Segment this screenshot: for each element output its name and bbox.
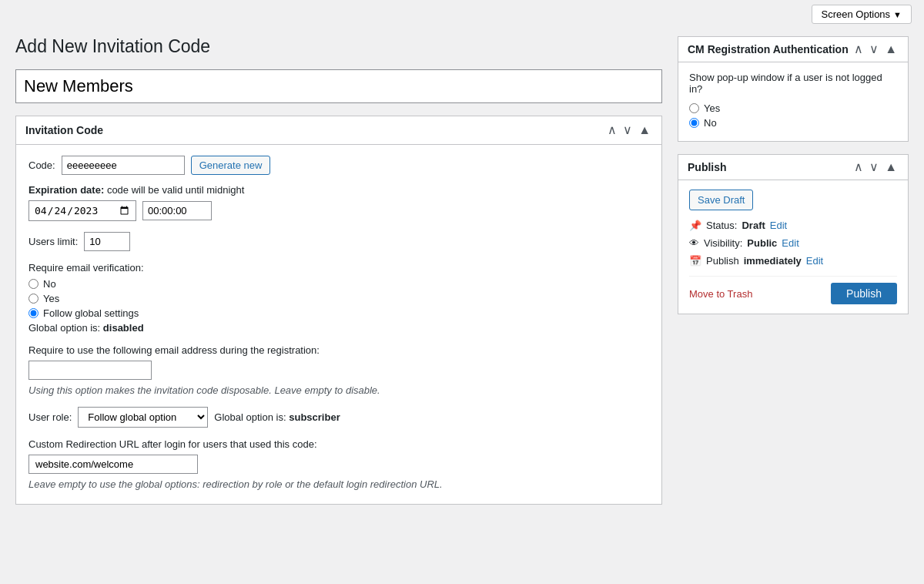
publish-box-title: Publish (688, 161, 727, 173)
email-hint: Using this option makes the invitation c… (28, 384, 649, 396)
status-label: Status: (706, 220, 737, 231)
popup-question: Show pop-up window if a user is not logg… (689, 72, 897, 95)
page-container: Add New Invitation Code Invitation Code … (0, 29, 924, 535)
email-verification-yes[interactable]: Yes (28, 293, 649, 304)
visibility-value: Public (747, 237, 777, 249)
invitation-code-metabox: Invitation Code ∧ ∨ ▲ Code: Generate new (15, 116, 662, 505)
screen-options-button[interactable]: Screen Options ▼ (812, 5, 912, 24)
email-verification-follow[interactable]: Follow global settings (28, 307, 649, 319)
users-limit-input[interactable] (84, 232, 130, 251)
screen-options-chevron: ▼ (893, 10, 902, 19)
cm-reg-controls: ∧ ∨ ▲ (852, 43, 899, 55)
publish-cal-icon: 📅 (689, 255, 701, 267)
publish-box-header: Publish ∧ ∨ ▲ (678, 155, 908, 180)
user-role-global-text: Global option is: subscriber (214, 411, 340, 423)
screen-options-label: Screen Options (822, 8, 891, 20)
users-limit-label: Users limit: (28, 236, 78, 247)
publish-time-edit-link[interactable]: Edit (806, 255, 823, 267)
invitation-code-body: Code: Generate new Expiration date: code… (16, 145, 661, 504)
cm-reg-collapse-button[interactable]: ▲ (883, 43, 899, 55)
publish-label: Publish (706, 255, 739, 267)
status-value: Draft (742, 220, 765, 231)
redirect-section: Custom Redirection URL after login for u… (28, 438, 649, 490)
cm-registration-body: Show pop-up window if a user is not logg… (678, 62, 908, 141)
email-verification-no[interactable]: No (28, 278, 649, 290)
redirect-hint: Leave empty to use the global options: r… (28, 478, 649, 490)
publish-up-button[interactable]: ∧ (852, 161, 865, 173)
email-address-label: Require to use the following email addre… (28, 344, 649, 356)
publish-button[interactable]: Publish (831, 283, 897, 304)
global-option-text: Global option is: disabled (28, 322, 649, 334)
cm-registration-box: CM Registration Authentication ∧ ∨ ▲ Sho… (678, 36, 909, 142)
popup-yes-option[interactable]: Yes (689, 102, 897, 114)
status-icon: 📌 (689, 220, 701, 231)
popup-no-radio[interactable] (689, 118, 699, 128)
date-time-row (28, 200, 649, 221)
cm-reg-down-button[interactable]: ∨ (868, 43, 880, 55)
popup-yes-radio[interactable] (689, 103, 699, 113)
publish-down-button[interactable]: ∨ (868, 161, 880, 173)
publish-box: Publish ∧ ∨ ▲ Save Draft 📌 Status: Draft… (678, 154, 909, 314)
code-row: Code: Generate new (28, 156, 649, 175)
visibility-icon: 👁 (689, 237, 699, 249)
status-row: 📌 Status: Draft Edit (689, 220, 897, 231)
visibility-label: Visibility: (704, 237, 742, 249)
expiration-time-input[interactable] (142, 201, 212, 220)
sidebar: CM Registration Authentication ∧ ∨ ▲ Sho… (678, 36, 909, 520)
email-verification-label: Require email verification: (28, 262, 649, 274)
publish-time-row: 📅 Publish immediately Edit (689, 255, 897, 267)
email-address-section: Require to use the following email addre… (28, 344, 649, 396)
publish-controls: ∧ ∨ ▲ (852, 161, 899, 173)
invitation-code-title: Invitation Code (25, 124, 103, 136)
status-edit-link[interactable]: Edit (770, 220, 787, 231)
cm-reg-up-button[interactable]: ∧ (852, 43, 865, 55)
invitation-code-metabox-header: Invitation Code ∧ ∨ ▲ (16, 116, 661, 145)
publish-box-body: Save Draft 📌 Status: Draft Edit 👁 Visibi… (678, 180, 908, 314)
visibility-edit-link[interactable]: Edit (782, 237, 798, 249)
redirect-label: Custom Redirection URL after login for u… (28, 438, 649, 450)
user-role-row: User role: Follow global option Administ… (28, 407, 649, 428)
redirect-url-input[interactable] (28, 455, 198, 474)
post-title-input[interactable] (15, 69, 662, 103)
expiration-section: Expiration date: code will be valid unti… (28, 184, 649, 221)
move-to-trash-link[interactable]: Move to Trash (689, 288, 752, 300)
metabox-down-button[interactable]: ∨ (621, 124, 634, 136)
expiration-date-input[interactable] (28, 200, 136, 221)
popup-no-option[interactable]: No (689, 117, 897, 129)
main-content: Add New Invitation Code Invitation Code … (15, 36, 662, 520)
visibility-row: 👁 Visibility: Public Edit (689, 237, 897, 249)
code-input[interactable] (62, 156, 185, 175)
metabox-collapse-button[interactable]: ▲ (637, 124, 652, 136)
cm-registration-header: CM Registration Authentication ∧ ∨ ▲ (678, 37, 908, 62)
code-label: Code: (28, 159, 55, 171)
publish-actions: Move to Trash Publish (689, 276, 897, 304)
top-bar: Screen Options ▼ (0, 0, 924, 29)
cm-registration-title: CM Registration Authentication (688, 43, 849, 55)
email-verify-yes-radio[interactable] (28, 294, 38, 304)
email-verify-follow-radio[interactable] (28, 308, 38, 318)
email-address-input[interactable] (28, 361, 152, 380)
expiration-label: Expiration date: code will be valid unti… (28, 184, 649, 196)
page-title: Add New Invitation Code (15, 36, 662, 57)
metabox-controls: ∧ ∨ ▲ (606, 124, 652, 136)
publish-when: immediately (744, 255, 802, 267)
metabox-up-button[interactable]: ∧ (606, 124, 618, 136)
save-draft-button[interactable]: Save Draft (689, 190, 753, 210)
user-role-label: User role: (28, 411, 72, 423)
generate-new-button[interactable]: Generate new (191, 156, 271, 175)
publish-collapse-button[interactable]: ▲ (883, 161, 899, 173)
email-verification-group: Require email verification: No Yes Follo… (28, 262, 649, 334)
email-verify-no-radio[interactable] (28, 279, 38, 289)
user-role-select[interactable]: Follow global option Administrator Edito… (78, 407, 208, 428)
users-limit-row: Users limit: (28, 232, 649, 251)
